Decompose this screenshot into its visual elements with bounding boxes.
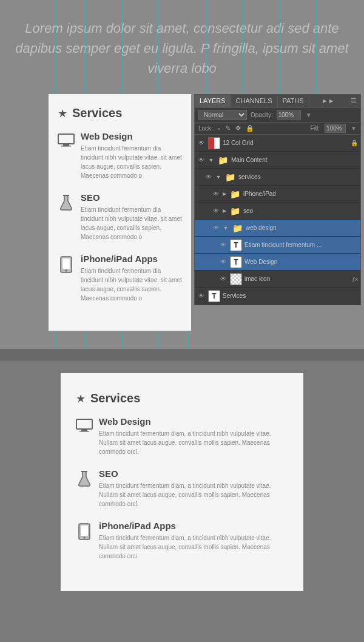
bottom-card: ★ Services Web Design Etiam tincidunt fe…	[61, 373, 303, 591]
layer-name-services: services	[238, 174, 358, 180]
eye-icon-seo: 👁	[212, 207, 220, 215]
lock-dotted-icon: ▫	[218, 125, 220, 132]
service-desc-webdesign-bottom: Etiam tincidunt fermentum diam, a tincid…	[99, 429, 288, 456]
arrow-seo: ▶	[223, 208, 226, 214]
service-item-iphone-bottom: iPhone/iPad Apps Etiam tincidunt ferment…	[76, 521, 288, 561]
svg-rect-12	[81, 525, 88, 536]
service-item-seo-top: SEO Etiam tincidunt fermentum dia tincid…	[58, 192, 182, 242]
svg-point-6	[66, 270, 67, 272]
fill-arrow: ▼	[351, 125, 357, 132]
layer-row-services[interactable]: 👁 ▼ 📁 services	[195, 169, 360, 186]
layer-thumb-webdesign-text: T	[230, 256, 242, 268]
layer-name-iphone: iPhone/iPad	[243, 191, 358, 197]
svg-rect-7	[76, 419, 92, 429]
eye-icon-services: 👁	[204, 173, 213, 181]
service-content-seo-top: SEO Etiam tincidunt fermentum dia tincid…	[81, 192, 182, 242]
chevron-main: ▼	[208, 157, 214, 163]
layers-close-arrow[interactable]: ☰	[347, 95, 360, 107]
opacity-input[interactable]	[277, 110, 301, 120]
service-content-iphone-bottom: iPhone/iPad Apps Etiam tincidunt ferment…	[99, 521, 288, 561]
layer-thumb-iphone: 📁	[229, 188, 241, 200]
service-title-iphone-bottom: iPhone/iPad Apps	[99, 521, 288, 531]
section-title-text-bottom: Services	[90, 391, 140, 405]
service-content-seo-bottom: SEO Etiam tincidunt fermentum diam, a ti…	[99, 468, 288, 509]
eye-icon-etiam: 👁	[219, 241, 228, 249]
layer-thumb-main: 📁	[217, 154, 229, 166]
layer-row-grid[interactable]: 👁 12 Col Grid 🔒	[195, 135, 360, 152]
eye-icon-imac: 👁	[219, 275, 228, 283]
top-text-area: Lorem ipsum dolor sit amet, consectetur …	[0, 0, 364, 94]
layer-name-main: Main Content	[231, 157, 358, 163]
layer-name-webdesign-folder: web design	[246, 225, 358, 231]
service-desc-seo-bottom: Etiam tincidunt fermentum diam, a tincid…	[99, 481, 288, 509]
service-content-iphone-top: iPhone/iPad Apps Etiam tincidunt ferment…	[81, 254, 182, 303]
layer-thumb-services: 📁	[224, 171, 236, 183]
fill-input[interactable]	[325, 124, 346, 133]
lorem-text: Lorem ipsum dolor sit amet, consectetur …	[6, 12, 358, 84]
monitor-icon-bottom	[76, 416, 93, 456]
service-item-webdesign-top: Web Design Etiam tincidunt fermentum dia…	[58, 131, 182, 180]
section-title-bottom: ★ Services	[76, 391, 288, 405]
layer-name-etiam: Etiam tincidunt fermentum ...	[244, 242, 358, 248]
lock-move-icon: ✥	[235, 124, 241, 132]
layer-thumb-imac	[230, 273, 242, 285]
layers-lock-row: Lock: ▫ ✎ ✥ 🔒 Fill: ▼	[195, 123, 360, 135]
service-title-iphone-top: iPhone/iPad Apps	[81, 254, 182, 264]
star-icon-top: ★	[58, 107, 67, 120]
layer-row-main-content[interactable]: 👁 ▼ 📁 Main Content	[195, 152, 360, 169]
layer-thumb-grid	[208, 137, 220, 149]
mobile-icon-top	[58, 254, 75, 303]
lock-all-icon: 🔒	[246, 124, 254, 132]
services-card-top: ★ Services Web Design Etiam tincidunt fe…	[49, 94, 191, 331]
star-icon-bottom: ★	[76, 392, 86, 405]
layer-row-services-text[interactable]: 👁 T Services	[195, 288, 360, 305]
monitor-icon-top	[58, 131, 75, 180]
section-title-text-top: Services	[72, 106, 122, 120]
layers-blend-controls: Normal Opacity: ▼	[195, 108, 360, 123]
layer-row-imac[interactable]: 👁 imac icon ƒx	[195, 271, 360, 288]
layers-menu-arrow[interactable]: ►►	[318, 95, 339, 107]
layer-row-webdesign-text[interactable]: 👁 T Web Design	[195, 254, 360, 271]
tab-paths[interactable]: PATHS	[278, 95, 309, 107]
service-content-webdesign-top: Web Design Etiam tincidunt fermentum dia…	[81, 131, 182, 180]
layer-row-webdesign-folder[interactable]: 👁 ▼ 📁 web design	[195, 220, 360, 237]
opacity-arrow: ▼	[306, 112, 312, 118]
flask-icon-bottom	[76, 468, 93, 509]
tab-layers[interactable]: LAYERS	[195, 95, 231, 107]
service-title-seo-top: SEO	[81, 192, 182, 203]
section-title-top: ★ Services	[58, 106, 182, 120]
svg-rect-1	[63, 144, 69, 146]
chevron-services: ▼	[215, 174, 221, 180]
blend-mode-select[interactable]: Normal	[198, 110, 247, 120]
service-item-webdesign-bottom: Web Design Etiam tincidunt fermentum dia…	[76, 416, 288, 456]
service-desc-webdesign-top: Etiam tincidunt fermentum dia tincidunt …	[81, 144, 182, 180]
svg-point-13	[84, 537, 86, 539]
bottom-section: ★ Services Web Design Etiam tincidunt fe…	[0, 361, 364, 603]
mobile-icon-bottom	[76, 521, 93, 561]
service-title-seo-bottom: SEO	[99, 468, 288, 479]
fx-icon-imac: ƒx	[352, 276, 358, 282]
eye-icon-webdesign-text: 👁	[219, 258, 228, 266]
tab-channels[interactable]: CHANNELS	[231, 95, 278, 107]
layers-panel: LAYERS CHANNELS PATHS ►► ☰ Normal Opacit…	[194, 94, 361, 305]
layer-thumb-etiam: T	[230, 239, 242, 251]
layer-row-iphone[interactable]: 👁 ▶ 📁 iPhone/iPad	[195, 186, 360, 203]
layer-thumb-webdesign-folder: 📁	[231, 222, 243, 234]
layer-name-webdesign-text: Web Design	[244, 258, 358, 265]
fill-label: Fill:	[311, 125, 320, 132]
svg-rect-0	[58, 134, 74, 144]
svg-rect-5	[62, 258, 70, 269]
layer-lock-grid: 🔒	[351, 140, 358, 146]
composite-area: ★ Services Web Design Etiam tincidunt fe…	[0, 94, 364, 349]
layer-row-seo[interactable]: 👁 ▶ 📁 seo	[195, 203, 360, 220]
eye-icon-main: 👁	[197, 156, 206, 164]
layer-name-seo: seo	[243, 208, 358, 214]
lock-label: Lock:	[198, 125, 213, 132]
svg-rect-2	[61, 146, 71, 147]
service-title-webdesign-top: Web Design	[81, 131, 182, 141]
flask-icon-top	[58, 192, 75, 242]
layer-row-etiam[interactable]: 👁 T Etiam tincidunt fermentum ...	[195, 237, 360, 254]
svg-rect-9	[79, 431, 89, 432]
service-desc-seo-top: Etiam tincidunt fermentum dia tincidunt …	[81, 205, 182, 242]
service-item-seo-bottom: SEO Etiam tincidunt fermentum diam, a ti…	[76, 468, 288, 509]
